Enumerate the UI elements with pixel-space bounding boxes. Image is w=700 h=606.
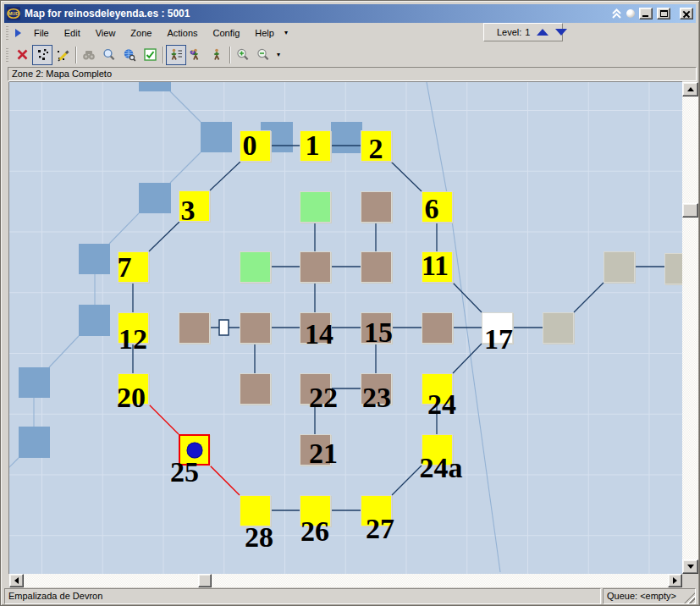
room-20[interactable]	[118, 373, 149, 405]
web-lookup-button[interactable]	[119, 45, 140, 65]
room[interactable]	[300, 251, 331, 283]
menu-view[interactable]: View	[88, 25, 124, 41]
menu-file[interactable]: File	[26, 25, 57, 41]
room-24a[interactable]	[422, 434, 453, 466]
maximize-button[interactable]	[657, 8, 670, 19]
room-26[interactable]	[300, 495, 331, 526]
room[interactable]	[604, 251, 635, 283]
speedwalk-list-button[interactable]	[166, 45, 186, 65]
magnifier-button[interactable]	[99, 45, 119, 65]
walk-button[interactable]	[207, 45, 227, 65]
room-12[interactable]	[118, 312, 149, 344]
room-7[interactable]	[118, 251, 149, 283]
scrollbar-corner	[682, 574, 698, 587]
globe-magnifier-icon	[123, 48, 136, 62]
room-2[interactable]	[361, 130, 392, 162]
room-17[interactable]	[482, 312, 513, 344]
menu-config[interactable]: Config	[206, 25, 248, 41]
room-22[interactable]	[300, 373, 331, 405]
zone-bar: Zone 2: Mapa Completo	[8, 67, 697, 81]
toolbar: ? ▾	[4, 42, 696, 67]
room[interactable]	[240, 373, 271, 405]
room-21[interactable]	[300, 434, 331, 466]
delete-button[interactable]	[12, 45, 32, 65]
zoom-in-icon	[236, 48, 250, 62]
horizontal-scrollbar[interactable]	[9, 574, 682, 587]
play-icon[interactable]	[15, 29, 21, 37]
scroll-left-button[interactable]	[9, 574, 24, 587]
app-window: MUD Map for reinosdeleyenda.es : 5001 Fi…	[0, 0, 700, 606]
svg-text:MUD: MUD	[8, 11, 19, 16]
zoom-out-icon	[256, 48, 270, 62]
level-down-icon[interactable]	[555, 29, 567, 36]
resize-grip[interactable]	[684, 592, 695, 603]
menu-overflow-chevron-icon[interactable]: ▾	[284, 29, 288, 36]
menubar-grip[interactable]	[6, 26, 8, 40]
menu-zone[interactable]: Zone	[123, 25, 159, 41]
level-label: Level:	[497, 27, 521, 37]
map-canvas[interactable]: 012367111214151720222324212524a282627	[9, 82, 682, 574]
arrow-left-icon	[14, 577, 19, 584]
room-11[interactable]	[422, 251, 453, 283]
find-button[interactable]	[79, 45, 99, 65]
room-14[interactable]	[300, 312, 331, 344]
zoom-out-button[interactable]	[253, 45, 273, 65]
menu-actions[interactable]: Actions	[159, 25, 205, 41]
svg-text:?: ?	[191, 50, 194, 54]
toolbar-separator	[229, 47, 230, 63]
room[interactable]	[300, 191, 331, 223]
delete-x-icon	[16, 48, 29, 61]
room-28[interactable]	[240, 495, 271, 526]
room[interactable]	[422, 312, 453, 344]
room-24[interactable]	[422, 373, 453, 405]
room[interactable]	[179, 312, 210, 344]
zone-label: Zone 2: Mapa Completo	[12, 69, 112, 79]
room-6[interactable]	[422, 191, 453, 223]
room[interactable]	[361, 251, 392, 283]
room-1[interactable]	[300, 130, 331, 162]
collapse-chevron-icon[interactable]	[611, 8, 622, 19]
arrow-down-icon	[687, 565, 694, 569]
room-3[interactable]	[179, 190, 210, 222]
scroll-up-button[interactable]	[682, 82, 698, 96]
room-25[interactable]	[179, 434, 210, 466]
room-0[interactable]	[240, 130, 271, 162]
scroll-down-button[interactable]	[682, 559, 698, 574]
walker-list-icon	[169, 48, 183, 62]
scroll-right-button[interactable]	[668, 574, 682, 587]
close-button[interactable]	[680, 8, 693, 19]
room-15[interactable]	[361, 312, 392, 344]
room[interactable]	[240, 312, 271, 344]
vertical-scrollbar[interactable]	[682, 82, 698, 574]
room[interactable]	[361, 191, 392, 223]
walker-icon	[210, 48, 223, 62]
confirm-check-button[interactable]	[140, 45, 160, 65]
room[interactable]	[664, 253, 682, 284]
horizontal-scroll-thumb[interactable]	[198, 574, 212, 587]
toolbar-separator	[75, 47, 76, 63]
vertical-scroll-thumb[interactable]	[682, 203, 698, 218]
room[interactable]	[543, 312, 574, 344]
level-up-icon[interactable]	[537, 29, 548, 36]
magnifier-icon	[102, 48, 116, 62]
level-value: 1	[525, 27, 530, 37]
room-select-mode-button[interactable]	[32, 45, 52, 65]
room-dots-icon	[36, 48, 49, 61]
toolbar-grip[interactable]	[6, 48, 8, 62]
minimize-button[interactable]	[639, 8, 653, 19]
door-marker	[219, 320, 229, 335]
menu-edit[interactable]: Edit	[57, 25, 88, 41]
room[interactable]	[240, 251, 271, 283]
binoculars-icon	[82, 48, 96, 62]
map-edit-mode-button[interactable]	[52, 45, 73, 65]
toolbar-more-chevron-icon[interactable]: ▾	[273, 51, 284, 58]
zoom-in-button[interactable]	[233, 45, 253, 65]
room-23[interactable]	[361, 373, 392, 405]
menu-help[interactable]: Help	[247, 25, 282, 41]
room-27[interactable]	[361, 495, 392, 526]
status-bar: Empalizada de Devron Queue: <empty>	[4, 588, 696, 604]
safe-walk-button[interactable]: ?	[186, 45, 207, 65]
walker-shield-icon: ?	[190, 48, 203, 62]
shade-ball-icon[interactable]	[626, 9, 635, 18]
app-icon: MUD	[7, 7, 20, 20]
